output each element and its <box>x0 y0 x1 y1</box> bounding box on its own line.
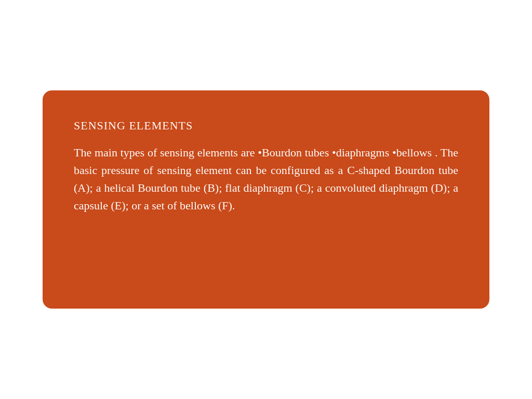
content-card: SENSING ELEMENTS The main types of sensi… <box>43 90 489 309</box>
card-body: The main types of sensing elements are •… <box>74 144 458 215</box>
card-title: SENSING ELEMENTS <box>74 119 458 132</box>
slide-container: SENSING ELEMENTS The main types of sensi… <box>17 23 515 376</box>
